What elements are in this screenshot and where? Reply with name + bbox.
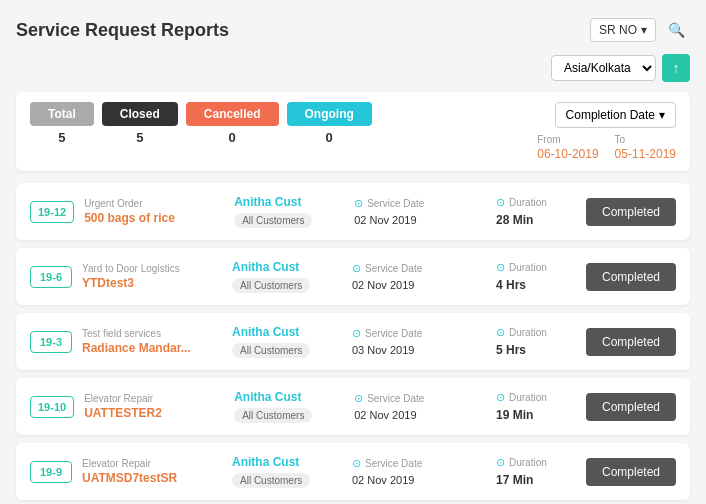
from-label: From [537, 134, 560, 145]
total-count: 5 [58, 130, 65, 145]
card-category: Elevator Repair [82, 458, 222, 469]
card-customer: Anitha Cust All Customers [234, 195, 344, 228]
card-category: Yard to Door Logistics [82, 263, 222, 274]
table-row: 19-6 Yard to Door Logistics YTDtest3 Ani… [16, 248, 690, 305]
card-duration: ⊙ Duration 4 Hrs [496, 261, 576, 292]
clock-icon: ⊙ [354, 197, 363, 210]
clock-icon: ⊙ [352, 327, 361, 340]
duration-value-row: 5 Hrs [496, 343, 576, 357]
duration-value: 19 Min [496, 408, 533, 422]
to-date: 05-11-2019 [615, 147, 676, 161]
clock-icon: ⊙ [352, 262, 361, 275]
stats-row: Total 5 Closed 5 Cancelled 0 Ongoing 0 C… [16, 92, 690, 171]
upload-button[interactable]: ↑ [662, 54, 690, 82]
duration-item: ⊙ Duration [496, 326, 576, 339]
search-button[interactable]: 🔍 [662, 16, 690, 44]
from-date-item: From 06-10-2019 [537, 134, 598, 161]
completed-button[interactable]: Completed [586, 263, 676, 291]
service-date-label: Service Date [367, 198, 424, 209]
search-icon: 🔍 [668, 22, 685, 38]
customer-name: Anitha Cust [232, 260, 299, 274]
card-dates: ⊙ Service Date 02 Nov 2019 [354, 197, 486, 226]
service-date-label: Service Date [365, 328, 422, 339]
chevron-down-icon: ▾ [641, 23, 647, 37]
chevron-down-icon: ▾ [659, 108, 665, 122]
duration-value: 28 Min [496, 213, 533, 227]
card-info: Test field services Radiance Mandar... [82, 328, 222, 355]
completed-button[interactable]: Completed [586, 328, 676, 356]
duration-value-row: 4 Hrs [496, 278, 576, 292]
completed-button[interactable]: Completed [586, 393, 676, 421]
duration-clock-icon: ⊙ [496, 391, 505, 404]
table-row: 19-9 Elevator Repair UATMSD7testSR Anith… [16, 443, 690, 500]
service-date-value: 02 Nov 2019 [354, 214, 416, 226]
card-dates: ⊙ Service Date 02 Nov 2019 [354, 392, 486, 421]
customer-tag: All Customers [232, 343, 310, 358]
clock-icon: ⊙ [354, 392, 363, 405]
card-duration: ⊙ Duration 19 Min [496, 391, 576, 422]
duration-item: ⊙ Duration [496, 196, 576, 209]
customer-name: Anitha Cust [234, 195, 301, 209]
customer-tag: All Customers [232, 473, 310, 488]
total-stat: Total 5 [30, 102, 94, 145]
service-date-label: Service Date [365, 458, 422, 469]
duration-item: ⊙ Duration [496, 391, 576, 404]
service-date-label: Service Date [367, 393, 424, 404]
page-title: Service Request Reports [16, 20, 229, 41]
sr-select[interactable]: SR NO ▾ [590, 18, 656, 42]
total-label: Total [30, 102, 94, 126]
to-label: To [615, 134, 626, 145]
completion-date-label: Completion Date [566, 108, 655, 122]
card-id: 19-6 [30, 266, 72, 288]
completed-button[interactable]: Completed [586, 198, 676, 226]
card-id: 19-12 [30, 201, 74, 223]
duration-label: Duration [509, 457, 547, 468]
timezone-select[interactable]: Asia/Kolkata [551, 55, 656, 81]
duration-value-row: 28 Min [496, 213, 576, 227]
service-date-value-row: 02 Nov 2019 [352, 279, 486, 291]
duration-value-row: 17 Min [496, 473, 576, 487]
cards-container: 19-12 Urgent Order 500 bags of rice Anit… [16, 183, 690, 500]
card-id: 19-10 [30, 396, 74, 418]
customer-name: Anitha Cust [234, 390, 301, 404]
cancelled-count: 0 [229, 130, 236, 145]
service-date-item: ⊙ Service Date [352, 262, 486, 275]
cancelled-stat: Cancelled 0 [186, 102, 279, 145]
card-category: Elevator Repair [84, 393, 224, 404]
service-date-value-row: 03 Nov 2019 [352, 344, 486, 356]
card-name: Radiance Mandar... [82, 341, 222, 355]
table-row: 19-10 Elevator Repair UATTESTER2 Anitha … [16, 378, 690, 435]
card-category: Test field services [82, 328, 222, 339]
card-name: 500 bags of rice [84, 211, 224, 225]
service-date-value-row: 02 Nov 2019 [354, 214, 486, 226]
card-duration: ⊙ Duration 5 Hrs [496, 326, 576, 357]
card-duration: ⊙ Duration 17 Min [496, 456, 576, 487]
header-row: Service Request Reports SR NO ▾ 🔍 [16, 16, 690, 44]
service-date-item: ⊙ Service Date [354, 197, 486, 210]
customer-tag: All Customers [234, 408, 312, 423]
duration-label: Duration [509, 327, 547, 338]
closed-count: 5 [136, 130, 143, 145]
card-info: Elevator Repair UATTESTER2 [84, 393, 224, 420]
customer-tag: All Customers [234, 213, 312, 228]
service-date-value-row: 02 Nov 2019 [354, 409, 486, 421]
duration-label: Duration [509, 197, 547, 208]
timezone-row: Asia/Kolkata ↑ [16, 54, 690, 82]
customer-name: Anitha Cust [232, 325, 299, 339]
stats-left: Total 5 Closed 5 Cancelled 0 Ongoing 0 [30, 102, 372, 145]
cancelled-label: Cancelled [186, 102, 279, 126]
customer-tag: All Customers [232, 278, 310, 293]
customer-name: Anitha Cust [232, 455, 299, 469]
duration-item: ⊙ Duration [496, 456, 576, 469]
completion-date-button[interactable]: Completion Date ▾ [555, 102, 676, 128]
card-customer: Anitha Cust All Customers [232, 260, 342, 293]
card-info: Elevator Repair UATMSD7testSR [82, 458, 222, 485]
card-name: YTDtest3 [82, 276, 222, 290]
duration-value-row: 19 Min [496, 408, 576, 422]
duration-value: 17 Min [496, 473, 533, 487]
closed-label: Closed [102, 102, 178, 126]
ongoing-stat: Ongoing 0 [287, 102, 372, 145]
table-row: 19-12 Urgent Order 500 bags of rice Anit… [16, 183, 690, 240]
service-date-value: 02 Nov 2019 [352, 474, 414, 486]
completed-button[interactable]: Completed [586, 458, 676, 486]
